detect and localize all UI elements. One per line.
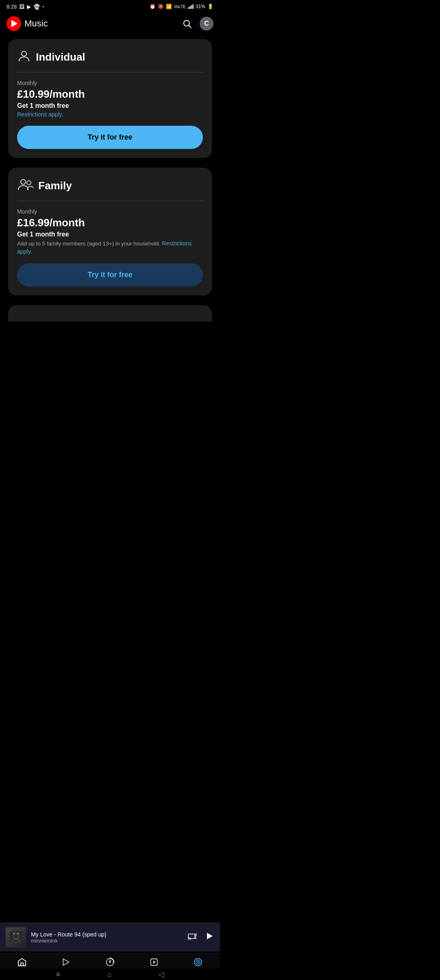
third-plan-card-peek xyxy=(8,305,212,322)
youtube-music-logo xyxy=(7,16,21,31)
battery-icon: 🔋 xyxy=(207,4,213,9)
svg-point-2 xyxy=(22,51,26,56)
play-triangle xyxy=(11,20,18,27)
individual-plan-icon xyxy=(17,49,31,66)
header-actions: C xyxy=(181,17,213,31)
family-plan-card: Family Monthly £16.99/month Get 1 month … xyxy=(8,168,212,295)
family-billing: Monthly xyxy=(17,208,203,215)
family-plan-header: Family xyxy=(17,177,203,194)
youtube-icon: ▶ xyxy=(27,4,31,10)
time-display: 8:28 xyxy=(7,4,17,10)
individual-divider xyxy=(17,72,203,72)
status-time: 8:28 🖼 ▶ 👻 • xyxy=(7,4,44,10)
svg-point-3 xyxy=(21,179,26,184)
family-price: £16.99/month xyxy=(17,217,203,229)
family-free-offer: Get 1 month free xyxy=(17,231,203,238)
dot-icon: • xyxy=(42,4,44,9)
main-content: Individual Monthly £10.99/month Get 1 mo… xyxy=(0,35,220,395)
signal-bars xyxy=(188,4,194,9)
search-button[interactable] xyxy=(181,18,193,30)
status-indicators: ⏰ 🔕 📶 VoLTE 31% 🔋 xyxy=(150,4,213,9)
svg-point-4 xyxy=(27,181,31,185)
app-title: Music xyxy=(24,18,48,29)
battery-level: 31% xyxy=(196,4,205,9)
status-bar: 8:28 🖼 ▶ 👻 • ⏰ 🔕 📶 VoLTE 31% 🔋 xyxy=(0,0,220,12)
individual-plan-header: Individual xyxy=(17,49,203,66)
family-try-button[interactable]: Try it for free xyxy=(17,263,203,287)
alarm-icon: ⏰ xyxy=(150,4,156,9)
svg-line-1 xyxy=(189,26,191,28)
mute-icon: 🔕 xyxy=(158,4,164,9)
photo-icon: 🖼 xyxy=(19,4,24,10)
app-header: Music C xyxy=(0,12,220,35)
individual-price: £10.99/month xyxy=(17,88,203,101)
user-avatar[interactable]: C xyxy=(200,17,213,31)
family-plan-name: Family xyxy=(38,179,72,192)
individual-plan-name: Individual xyxy=(36,51,85,63)
snapchat-icon: 👻 xyxy=(33,4,40,10)
search-icon xyxy=(182,19,192,28)
individual-free-offer: Get 1 month free xyxy=(17,102,203,109)
individual-billing: Monthly xyxy=(17,80,203,86)
individual-restrictions-link[interactable]: Restrictions apply. xyxy=(17,111,203,118)
family-plan-icon xyxy=(17,177,33,194)
wifi-icon: 📶 xyxy=(166,4,172,9)
family-description: Add up to 5 family members (aged 13+) in… xyxy=(17,240,203,256)
family-divider xyxy=(17,201,203,201)
individual-plan-card: Individual Monthly £10.99/month Get 1 mo… xyxy=(8,39,212,158)
signal-icon: VoLTE xyxy=(174,4,186,9)
individual-try-button[interactable]: Try it for free xyxy=(17,126,203,149)
app-logo-area: Music xyxy=(7,16,48,31)
